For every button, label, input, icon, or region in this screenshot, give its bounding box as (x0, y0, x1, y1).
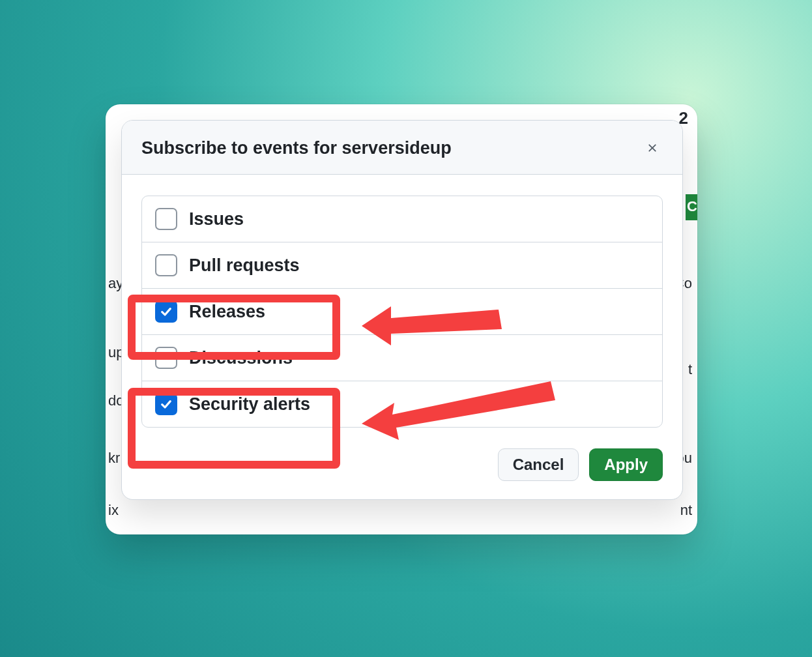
event-option-list: Issues Pull requests Releases Discussion… (141, 196, 663, 428)
option-issues[interactable]: Issues (142, 196, 662, 242)
dialog-header: Subscribe to events for serversideup (122, 121, 682, 175)
option-label: Security alerts (189, 394, 310, 415)
close-icon (646, 141, 659, 155)
option-security-alerts[interactable]: Security alerts (142, 381, 662, 427)
close-button[interactable] (642, 138, 663, 158)
dialog-title: Subscribe to events for serversideup (141, 138, 452, 158)
subscribe-events-dialog: Subscribe to events for serversideup Iss… (121, 120, 683, 500)
obscured-text: t (688, 361, 697, 378)
obscured-text: kr (106, 450, 123, 467)
checkbox-discussions[interactable] (155, 347, 177, 369)
green-button-fragment: C (686, 194, 697, 220)
cancel-button[interactable]: Cancel (498, 448, 579, 481)
checkbox-pull-requests[interactable] (155, 254, 177, 276)
option-label: Pull requests (189, 256, 300, 276)
obscured-text: ay (106, 275, 123, 292)
option-label: Releases (189, 302, 265, 322)
obscured-text: do (106, 392, 123, 409)
option-discussions[interactable]: Discussions (142, 335, 662, 381)
dialog-body: Issues Pull requests Releases Discussion… (122, 175, 682, 434)
obscured-text: nt (680, 502, 697, 519)
option-releases[interactable]: Releases (142, 289, 662, 335)
check-icon (160, 398, 173, 411)
checkbox-issues[interactable] (155, 208, 177, 230)
check-icon (160, 305, 173, 318)
obscured-text: up (106, 344, 123, 361)
apply-button[interactable]: Apply (589, 448, 663, 481)
checkbox-security-alerts[interactable] (155, 393, 177, 415)
obscured-text: ix (106, 502, 123, 519)
option-label: Issues (189, 209, 244, 229)
option-label: Discussions (189, 348, 293, 368)
option-pull-requests[interactable]: Pull requests (142, 242, 662, 289)
checkbox-releases[interactable] (155, 300, 177, 323)
dialog-footer: Cancel Apply (122, 434, 682, 499)
